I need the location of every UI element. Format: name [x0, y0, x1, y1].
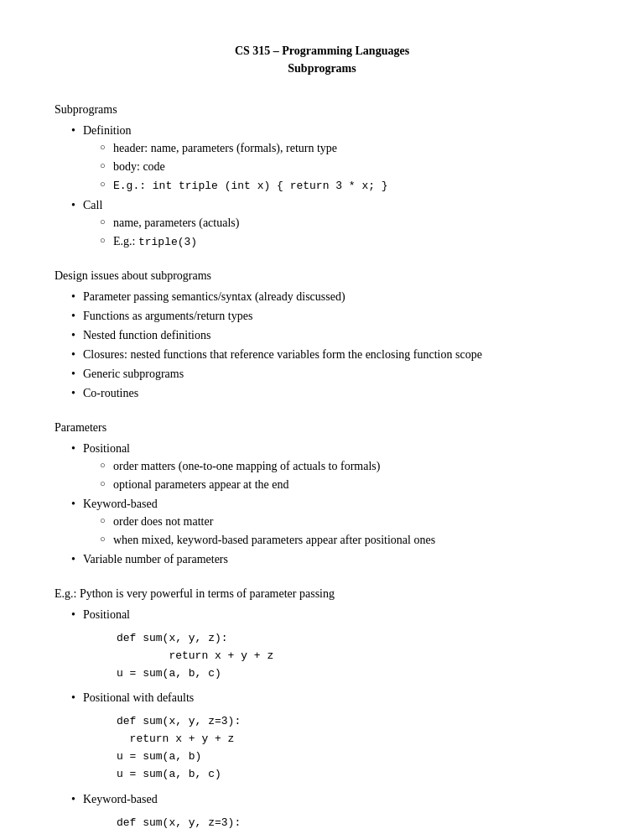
section-subprograms: Subprograms Definition header: name, par… — [55, 101, 589, 250]
design-issues-list: Parameter passing semantics/syntax (alre… — [71, 288, 589, 402]
list-item: E.g.: int triple (int x) { return 3 * x;… — [100, 176, 589, 195]
list-item: optional parameters appear at the end — [100, 476, 589, 493]
code-block-positional: def sum(x, y, z): return x + y + z u = s… — [117, 630, 589, 682]
definition-sublist: header: name, parameters (formals), retu… — [100, 139, 589, 195]
list-item: order matters (one-to-one mapping of act… — [100, 457, 589, 475]
list-item: name, parameters (actuals) — [100, 214, 589, 232]
list-item: header: name, parameters (formals), retu… — [100, 139, 589, 157]
design-issues-heading: Design issues about subprograms — [55, 267, 589, 284]
item-label: Keyword-based — [83, 498, 158, 510]
section-design-issues: Design issues about subprograms Paramete… — [55, 267, 589, 402]
title-line2: Subprograms — [55, 60, 589, 77]
python-eg-list: Positional def sum(x, y, z): return x + … — [71, 606, 589, 834]
item-label: Call — [83, 199, 102, 211]
item-label: Positional — [83, 608, 130, 621]
code-block-keyword: def sum(x, y, z=3): return x + y + z — [117, 815, 589, 834]
list-item: Nested function definitions — [71, 326, 589, 344]
item-label: Variable number of parameters — [83, 553, 228, 566]
item-label: Definition — [83, 124, 132, 137]
list-item: Co-routines — [71, 384, 589, 402]
list-item: Parameter passing semantics/syntax (alre… — [71, 288, 589, 305]
list-item: Closures: nested functions that referenc… — [71, 346, 589, 363]
list-item: Keyword-based order does not matter when… — [71, 495, 589, 549]
item-label: Keyword-based — [83, 793, 158, 805]
list-item: Call name, parameters (actuals) E.g.: tr… — [71, 196, 589, 251]
item-label: Positional — [83, 442, 130, 455]
list-item: Keyword-based def sum(x, y, z=3): return… — [71, 790, 589, 834]
python-eg-intro: E.g.: Python is very powerful in terms o… — [55, 585, 589, 602]
list-item: Positional with defaults def sum(x, y, z… — [71, 689, 589, 783]
list-item: Positional def sum(x, y, z): return x + … — [71, 606, 589, 682]
parameters-list: Positional order matters (one-to-one map… — [71, 440, 589, 568]
item-label: Positional with defaults — [83, 691, 194, 704]
title-line1: CS 315 – Programming Languages — [55, 42, 589, 60]
list-item: Definition header: name, parameters (for… — [71, 122, 589, 195]
list-item: Variable number of parameters — [71, 550, 589, 568]
parameters-heading: Parameters — [55, 419, 589, 436]
page-title: CS 315 – Programming Languages Subprogra… — [55, 42, 589, 77]
subprograms-heading: Subprograms — [55, 101, 589, 118]
code-block-positional-defaults: def sum(x, y, z=3): return x + y + z u =… — [117, 713, 589, 783]
list-item: Functions as arguments/return types — [71, 307, 589, 325]
subprograms-list: Definition header: name, parameters (for… — [71, 122, 589, 250]
call-sublist: name, parameters (actuals) E.g.: triple(… — [100, 214, 589, 251]
section-parameters: Parameters Positional order matters (one… — [55, 419, 589, 568]
list-item: order does not matter — [100, 513, 589, 530]
list-item: body: code — [100, 158, 589, 175]
list-item: Generic subprograms — [71, 365, 589, 383]
list-item: Positional order matters (one-to-one map… — [71, 440, 589, 493]
list-item: when mixed, keyword-based parameters app… — [100, 531, 589, 549]
section-python-eg: E.g.: Python is very powerful in terms o… — [55, 585, 589, 834]
list-item: E.g.: triple(3) — [100, 232, 589, 251]
